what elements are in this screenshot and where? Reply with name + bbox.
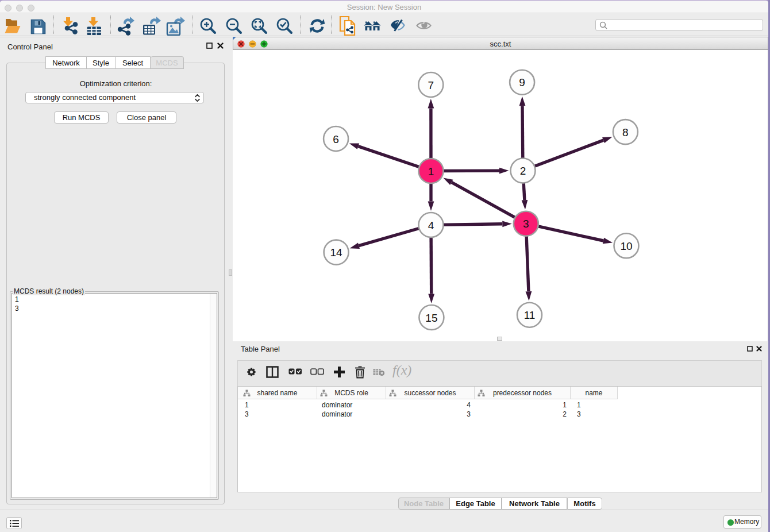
- svg-text:9: 9: [519, 76, 525, 88]
- svg-text:8: 8: [622, 126, 629, 138]
- svg-text:6: 6: [333, 133, 339, 145]
- svg-text:2: 2: [520, 165, 526, 177]
- svg-text:1: 1: [428, 165, 434, 178]
- svg-text:15: 15: [425, 312, 437, 324]
- svg-text:4: 4: [428, 219, 434, 232]
- svg-text:3: 3: [523, 218, 529, 230]
- svg-text:10: 10: [620, 240, 632, 252]
- svg-text:11: 11: [524, 309, 536, 321]
- svg-text:14: 14: [330, 246, 343, 259]
- svg-text:7: 7: [428, 79, 434, 91]
